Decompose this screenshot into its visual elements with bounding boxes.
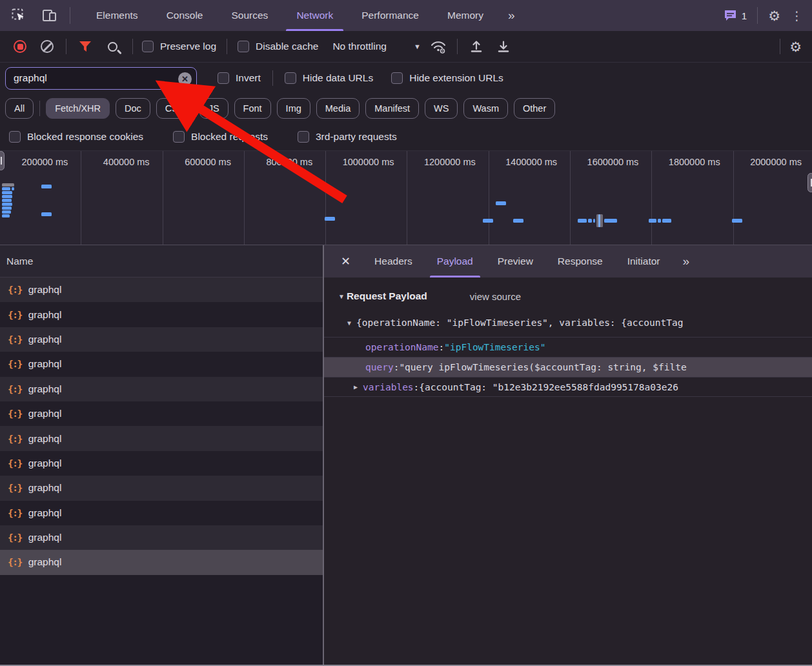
network-filter-row: ✕ Invert Hide data URLs Hide extension U… [0,63,812,94]
filter-chip-all[interactable]: All [5,98,34,119]
hide-extension-urls-label: Hide extension URLs [409,72,503,84]
dropdown-caret-icon: ▼ [414,43,421,50]
tab-memory[interactable]: Memory [433,0,498,31]
inspect-element-icon[interactable] [8,5,30,26]
waterfall-bar [12,187,14,190]
request-type-filter-row: AllFetch/XHRDocCSSJSFontImgMediaManifest… [0,94,812,123]
waterfall-bar [732,219,742,223]
waterfall-bar [513,219,523,223]
disable-cache-checkbox[interactable]: Disable cache [238,41,318,52]
filter-chip-css[interactable]: CSS [156,98,194,119]
request-name: graphql [28,433,62,445]
3rd-party-requests-checkbox[interactable]: 3rd-party requests [298,131,397,143]
timeline-left-handle[interactable] [0,151,5,170]
filter-chip-other[interactable]: Other [514,98,555,119]
table-row[interactable]: {:}graphql [0,377,323,401]
filter-chip-img[interactable]: Img [277,98,310,119]
more-detail-tabs-icon[interactable]: » [672,254,698,268]
close-details-icon[interactable]: ✕ [324,254,362,268]
filter-input[interactable] [6,72,196,84]
xhr-braces-icon: {:} [8,508,22,518]
network-settings-gear-icon[interactable]: ⚙ [789,40,802,54]
blocked-requests-checkbox[interactable]: Blocked requests [173,131,268,143]
waterfall-bar [2,199,12,202]
checkbox-box [285,72,296,84]
tab-sources[interactable]: Sources [218,0,283,31]
tab-network[interactable]: Network [282,0,347,31]
waterfall-bar [588,219,592,223]
name-column-header[interactable]: Name [0,245,323,278]
search-button[interactable] [101,35,123,57]
blocked-response-cookies-checkbox[interactable]: Blocked response cookies [9,131,143,143]
table-row[interactable]: {:}graphql [0,352,323,376]
table-row[interactable]: {:}graphql [0,550,323,574]
network-overview-timeline[interactable]: 200000 ms400000 ms600000 ms800000 ms1000… [0,151,812,245]
payload-row[interactable]: ▶variables: {accountTag: "b12e3b2192ee55… [324,377,812,397]
payload-row[interactable]: operationName: "ipFlowTimeseries" [324,337,812,357]
hide-data-urls-checkbox[interactable]: Hide data URLs [285,72,373,84]
timeline-right-handle[interactable] [807,173,812,192]
payload-text-plain: {operationName: "ipFlowTimeseries", vari… [356,318,683,328]
waterfall-bar [41,212,52,216]
filter-chip-doc[interactable]: Doc [116,98,150,119]
preserve-log-checkbox[interactable]: Preserve log [142,41,216,52]
filter-chip-manifest[interactable]: Manifest [365,98,419,119]
network-conditions-button[interactable] [427,35,449,57]
xhr-braces-icon: {:} [8,532,22,543]
toolbar-divider [457,39,458,54]
table-row[interactable]: {:}graphql [0,302,323,327]
hide-extension-urls-checkbox[interactable]: Hide extension URLs [391,72,503,84]
table-row[interactable]: {:}graphql [0,476,323,500]
issues-counter[interactable]: 1 [724,9,747,22]
throttling-select[interactable]: No throttling ▼ [326,41,427,52]
device-toolbar-icon[interactable] [39,5,61,26]
kebab-menu-icon[interactable]: ⋮ [791,8,803,23]
waterfall-bar [496,201,506,205]
payload-pane: ▼ Request Payload view source ▼{operatio… [324,278,812,666]
table-row[interactable]: {:}graphql [0,426,323,450]
filter-chip-js[interactable]: JS [199,98,228,119]
clear-filter-icon[interactable]: ✕ [178,72,192,86]
tab-headers[interactable]: Headers [362,245,425,278]
invert-checkbox[interactable]: Invert [218,72,261,84]
tab-payload[interactable]: Payload [425,245,485,278]
filter-chip-wasm[interactable]: Wasm [463,98,508,119]
collapsed-triangle-icon[interactable]: ▶ [354,383,358,390]
tab-initiator[interactable]: Initiator [615,245,673,278]
toolbar-divider [272,70,273,86]
filter-chip-fetch-xhr[interactable]: Fetch/XHR [46,98,110,119]
hide-data-urls-label: Hide data URLs [303,72,373,84]
tab-response[interactable]: Response [545,245,615,278]
payload-row[interactable]: ▼{operationName: "ipFlowTimeseries", var… [324,312,812,334]
table-row[interactable]: {:}graphql [0,501,323,525]
filter-chip-media[interactable]: Media [316,98,360,119]
chip-divider [39,101,40,116]
table-row[interactable]: {:}graphql [0,278,323,302]
expanded-triangle-icon[interactable]: ▼ [347,319,351,327]
filter-chip-ws[interactable]: WS [425,98,458,119]
clear-icon [41,40,54,53]
import-har-button[interactable] [465,35,487,57]
tab-preview[interactable]: Preview [485,245,545,278]
request-name: graphql [28,507,62,519]
payload-row[interactable]: query: "query ipFlowTimeseries($accountT… [324,357,812,377]
collapse-triangle-icon[interactable]: ▼ [338,293,345,300]
tab-console[interactable]: Console [152,0,218,31]
more-tabs-icon[interactable]: » [498,0,524,31]
table-row[interactable]: {:}graphql [0,327,323,352]
record-network-log-button[interactable] [9,35,31,57]
tab-elements[interactable]: Elements [82,0,152,31]
view-source-link[interactable]: view source [470,291,521,302]
filter-button[interactable] [74,35,96,57]
table-row[interactable]: {:}graphql [0,525,323,550]
payload-text-plain: "query ipFlowTimeseries($accountTag: str… [399,362,686,372]
table-row[interactable]: {:}graphql [0,401,323,426]
xhr-braces-icon: {:} [8,334,22,345]
devtools-main-tabbar: Elements Console Sources Network Perform… [0,0,812,31]
clear-network-log-button[interactable] [36,35,58,57]
filter-chip-font[interactable]: Font [234,98,271,119]
settings-gear-icon[interactable]: ⚙ [768,9,780,23]
tab-performance[interactable]: Performance [347,0,433,31]
export-har-button[interactable] [492,35,514,57]
table-row[interactable]: {:}graphql [0,451,323,476]
